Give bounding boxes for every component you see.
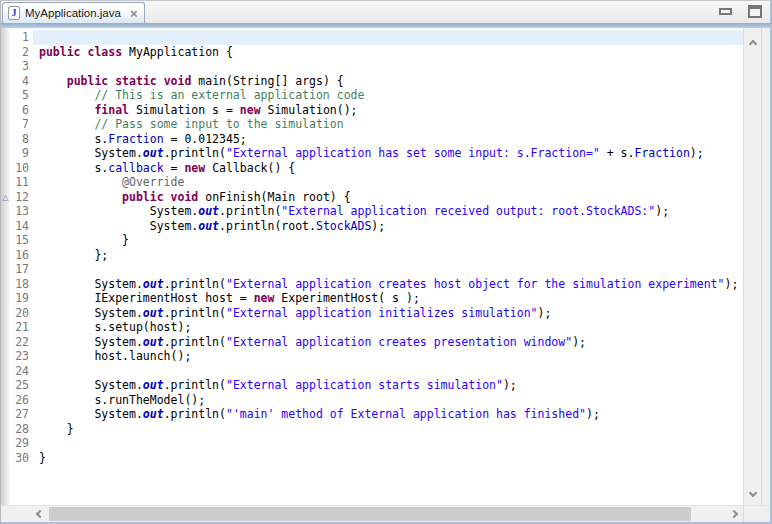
line-number[interactable]: 3 [9, 59, 33, 74]
code-line[interactable]: 7 // Pass some input to the simulation [9, 117, 743, 132]
scroll-up-icon[interactable] [750, 33, 756, 51]
code-line[interactable]: 2public class MyApplication { [9, 45, 743, 60]
code-line[interactable]: 18 System.out.println("External applicat… [9, 277, 743, 292]
code-line[interactable]: 3 [9, 59, 743, 74]
line-number[interactable]: 13 [9, 204, 33, 219]
line-number[interactable]: 9 [9, 146, 33, 161]
line-number[interactable]: 8 [9, 132, 33, 147]
code-line-text[interactable]: final Simulation s = new Simulation(); [33, 103, 743, 118]
line-number[interactable]: 14 [9, 219, 33, 234]
code-line-text[interactable]: System.out.println("External application… [33, 277, 743, 292]
line-number[interactable]: 30 [9, 451, 33, 466]
code-line[interactable]: 21 s.setup(host); [9, 320, 743, 335]
code-line-text[interactable] [33, 364, 743, 379]
code-line-text[interactable]: s.callback = new Callback() { [33, 161, 743, 176]
code-line-text[interactable]: } [33, 422, 743, 437]
code-line[interactable]: 8 s.Fraction = 0.012345; [9, 132, 743, 147]
line-number[interactable]: 22 [9, 335, 33, 350]
code-line-text[interactable]: // This is an external application code [33, 88, 743, 103]
line-number[interactable]: 15 [9, 233, 33, 248]
code-line[interactable]: 1 [9, 30, 743, 45]
line-number[interactable]: 6 [9, 103, 33, 118]
code-line[interactable]: 19 IExperimentHost host = new Experiment… [9, 291, 743, 306]
minimize-view-icon[interactable] [719, 8, 732, 15]
code-line[interactable]: 16 }; [9, 248, 743, 263]
line-number[interactable]: 27 [9, 407, 33, 422]
code-line-text[interactable]: }; [33, 248, 743, 263]
horizontal-scrollbar[interactable] [49, 506, 725, 522]
code-line-text[interactable]: } [33, 233, 743, 248]
code-line-text[interactable] [33, 30, 743, 45]
code-line[interactable]: 29 [9, 436, 743, 451]
code-line[interactable]: 25 System.out.println("External applicat… [9, 378, 743, 393]
line-number[interactable]: 29 [9, 436, 33, 451]
line-number[interactable]: 24 [9, 364, 33, 379]
code-line[interactable]: 28 } [9, 422, 743, 437]
code-line[interactable]: 20 System.out.println("External applicat… [9, 306, 743, 321]
code-line-text[interactable]: s.Fraction = 0.012345; [33, 132, 743, 147]
tab-close-icon[interactable]: × [130, 7, 138, 20]
code-line[interactable]: 4 public static void main(String[] args)… [9, 74, 743, 89]
code-line-text[interactable]: System.out.println("External application… [33, 335, 743, 350]
line-number[interactable]: 20 [9, 306, 33, 321]
code-line-text[interactable]: IExperimentHost host = new ExperimentHos… [33, 291, 743, 306]
code-line[interactable]: 27 System.out.println("'main' method of … [9, 407, 743, 422]
code-line-text[interactable]: public void onFinish(Main root) { [33, 190, 743, 205]
code-line[interactable]: 6 final Simulation s = new Simulation(); [9, 103, 743, 118]
vertical-scrollbar[interactable] [743, 28, 761, 505]
code-line[interactable]: 24 [9, 364, 743, 379]
code-line-text[interactable]: System.out.println("External application… [33, 204, 743, 219]
code-area[interactable]: 12public class MyApplication {34 public … [9, 28, 743, 505]
code-line-text[interactable]: } [33, 451, 743, 466]
line-number[interactable]: 4 [9, 74, 33, 89]
code-line-text[interactable]: System.out.println("'main' method of Ext… [33, 407, 743, 422]
line-number[interactable]: 10 [9, 161, 33, 176]
code-line[interactable]: 15 } [9, 233, 743, 248]
line-number[interactable]: 21 [9, 320, 33, 335]
code-line[interactable]: 26 s.runTheModel(); [9, 393, 743, 408]
code-line[interactable]: 13 System.out.println("External applicat… [9, 204, 743, 219]
code-line-text[interactable]: System.out.println("External application… [33, 306, 743, 321]
line-number[interactable]: 19 [9, 291, 33, 306]
line-number[interactable]: 23 [9, 349, 33, 364]
code-line-text[interactable]: public static void main(String[] args) { [33, 74, 743, 89]
line-number[interactable]: 12 [9, 190, 33, 205]
line-number[interactable]: 7 [9, 117, 33, 132]
code-line-text[interactable] [33, 59, 743, 74]
code-line[interactable]: 22 System.out.println("External applicat… [9, 335, 743, 350]
code-line-text[interactable] [33, 262, 743, 277]
code-line[interactable]: 9 System.out.println("External applicati… [9, 146, 743, 161]
code-line[interactable]: 30} [9, 451, 743, 466]
maximize-view-icon[interactable] [748, 5, 762, 18]
scroll-right-icon[interactable] [725, 506, 743, 522]
annotation-ruler[interactable]: △ [1, 28, 9, 505]
tab-myapplication-java[interactable]: J MyApplication.java × [2, 2, 145, 23]
line-number[interactable]: 16 [9, 248, 33, 263]
code-line-text[interactable] [33, 436, 743, 451]
line-number[interactable]: 28 [9, 422, 33, 437]
line-number[interactable]: 26 [9, 393, 33, 408]
line-number[interactable]: 11 [9, 175, 33, 190]
hscroll-thumb[interactable] [49, 507, 691, 521]
code-line[interactable]: 17 [9, 262, 743, 277]
code-line[interactable]: 11 @Override [9, 175, 743, 190]
code-line[interactable]: 23 host.launch(); [9, 349, 743, 364]
line-number[interactable]: 17 [9, 262, 33, 277]
code-line-text[interactable]: @Override [33, 175, 743, 190]
code-line-text[interactable]: System.out.println("External application… [33, 146, 743, 161]
line-number[interactable]: 5 [9, 88, 33, 103]
code-line-text[interactable]: // Pass some input to the simulation [33, 117, 743, 132]
scroll-left-icon[interactable] [31, 506, 49, 522]
scroll-down-icon[interactable] [750, 482, 756, 500]
line-number[interactable]: 2 [9, 45, 33, 60]
code-line-text[interactable]: s.setup(host); [33, 320, 743, 335]
code-line[interactable]: 10 s.callback = new Callback() { [9, 161, 743, 176]
code-line-text[interactable]: System.out.println("External application… [33, 378, 743, 393]
line-number[interactable]: 25 [9, 378, 33, 393]
line-number[interactable]: 18 [9, 277, 33, 292]
line-number[interactable]: 1 [9, 30, 33, 45]
code-line[interactable]: 5 // This is an external application cod… [9, 88, 743, 103]
code-line-text[interactable]: public class MyApplication { [33, 45, 743, 60]
code-line-text[interactable]: System.out.println(root.StockADS); [33, 219, 743, 234]
code-line[interactable]: 12 public void onFinish(Main root) { [9, 190, 743, 205]
